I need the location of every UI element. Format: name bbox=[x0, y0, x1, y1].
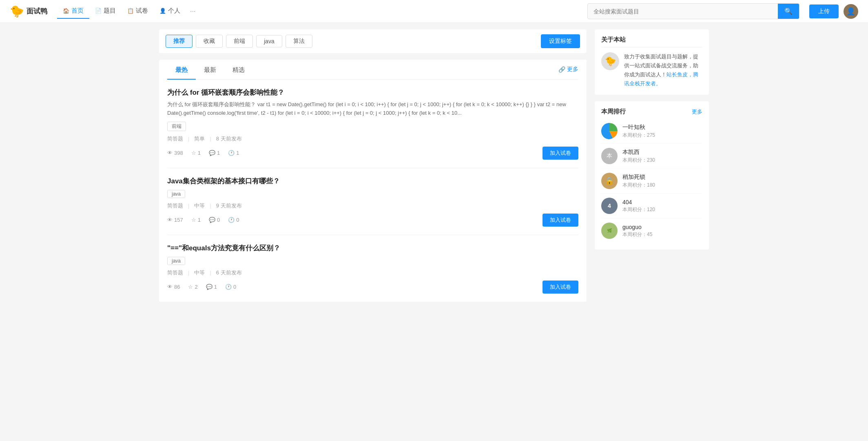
add-to-exam-button-1[interactable]: 加入试卷 bbox=[542, 147, 578, 160]
search-input[interactable] bbox=[588, 5, 778, 18]
home-icon: 🏠 bbox=[63, 8, 69, 14]
rank-item: 🌿 guoguo 本周积分：45 bbox=[601, 218, 702, 243]
question-meta: 简答题 | 中等 | 9 天前发布 bbox=[167, 202, 578, 209]
add-to-exam-button-2[interactable]: 加入试卷 bbox=[542, 214, 578, 227]
nav-home-label: 首页 bbox=[71, 7, 84, 15]
questions-card: 最热 最新 精选 🔗 更多 为什么 for 循环嵌套顺序会影响性能？ 为什么 f… bbox=[159, 60, 587, 302]
q-type: 简答题 bbox=[167, 135, 183, 143]
rank-name: 稍加死锁 bbox=[622, 174, 655, 181]
stars-count: 2 bbox=[195, 284, 197, 290]
rank-info-4: 404 本周积分：120 bbox=[622, 199, 655, 213]
q-tag[interactable]: 前端 bbox=[167, 122, 186, 131]
rank-score: 本周积分：120 bbox=[622, 206, 655, 213]
rank-score: 本周积分：45 bbox=[622, 231, 652, 238]
logo[interactable]: 🐤 面试鸭 bbox=[10, 4, 47, 18]
about-link-yuppi[interactable]: 站长鱼皮， bbox=[666, 71, 693, 78]
rank-item: 🔒 稍加死锁 本周积分：180 bbox=[601, 169, 702, 194]
tag-frontend[interactable]: 前端 bbox=[226, 35, 253, 48]
rank-name: 本凯西 bbox=[622, 149, 655, 156]
about-text: 致力于收集面试题目与题解，提供一站式面试备战交流服务，助你成为面试达人！站长鱼皮… bbox=[624, 52, 702, 88]
rank-avatar-3: 🔒 bbox=[601, 173, 618, 189]
nav-item-home[interactable]: 🏠 首页 bbox=[57, 4, 89, 19]
ranking-header: 本周排行 更多 bbox=[601, 108, 702, 116]
tag-java[interactable]: java bbox=[256, 35, 282, 47]
settings-tags-button[interactable]: 设置标签 bbox=[541, 34, 580, 48]
stars-count: 1 bbox=[198, 150, 201, 156]
question-item: "=="和equals方法究竟有什么区别？ java 简答题 | 中等 | 6 … bbox=[167, 235, 578, 302]
main-content: 推荐 收藏 前端 java 算法 设置标签 最热 最新 精选 🔗 更多 bbox=[159, 29, 587, 302]
nav-exams-label: 试卷 bbox=[136, 7, 148, 15]
question-footer: 👁 86 ☆ 2 💬 1 🕐 0 bbox=[167, 281, 578, 294]
clock-icon: 🕐 bbox=[228, 217, 235, 223]
nav-questions-label: 题目 bbox=[104, 7, 116, 15]
q-difficulty: 中等 bbox=[194, 202, 205, 209]
rank-score: 本周积分：230 bbox=[622, 157, 655, 164]
stat-stars: ☆ 1 bbox=[191, 150, 201, 156]
tags-bar: 推荐 收藏 前端 java 算法 设置标签 bbox=[159, 29, 587, 53]
search-button[interactable]: 🔍 bbox=[778, 4, 799, 19]
question-stats: 👁 157 ☆ 1 💬 0 🕐 0 bbox=[167, 217, 239, 223]
q-difficulty: 中等 bbox=[194, 269, 205, 276]
question-footer: 👁 398 ☆ 1 💬 1 🕐 1 bbox=[167, 147, 578, 160]
q-published: 8 天前发布 bbox=[216, 135, 242, 143]
comment-icon: 💬 bbox=[209, 150, 215, 156]
nav-item-questions[interactable]: 📄 题目 bbox=[89, 4, 122, 19]
question-title[interactable]: 为什么 for 循环嵌套顺序会影响性能？ bbox=[167, 88, 578, 97]
question-stats: 👁 86 ☆ 2 💬 1 🕐 0 bbox=[167, 284, 236, 290]
stat-stars: ☆ 2 bbox=[188, 284, 197, 290]
stat-history: 🕐 1 bbox=[228, 150, 239, 156]
avatar[interactable]: 👤 bbox=[844, 4, 858, 19]
upload-button[interactable]: 上传 bbox=[809, 4, 839, 18]
views-count: 86 bbox=[174, 284, 180, 290]
star-icon: ☆ bbox=[191, 217, 196, 223]
q-tag[interactable]: java bbox=[167, 257, 185, 265]
eye-icon: 👁 bbox=[167, 217, 173, 223]
comment-icon: 💬 bbox=[209, 217, 215, 223]
q-tag[interactable]: java bbox=[167, 190, 185, 198]
nav-item-profile[interactable]: 👤 个人 bbox=[154, 4, 186, 19]
question-preview: 为什么 for 循环嵌套顺序会影响性能？ var t1 = new Date()… bbox=[167, 100, 578, 118]
add-to-exam-button-3[interactable]: 加入试卷 bbox=[542, 281, 578, 294]
stat-comments: 💬 1 bbox=[209, 150, 220, 156]
tag-favorites[interactable]: 收藏 bbox=[196, 35, 223, 48]
q-type: 简答题 bbox=[167, 202, 183, 209]
rank-avatar-2: 本 bbox=[601, 148, 618, 164]
question-tags: java bbox=[167, 190, 578, 198]
more-link[interactable]: 🔗 更多 bbox=[558, 61, 578, 78]
rank-item: 4 404 本周积分：120 bbox=[601, 194, 702, 218]
question-title[interactable]: "=="和equals方法究竟有什么区别？ bbox=[167, 243, 578, 253]
nav-more-icon[interactable]: ··· bbox=[186, 4, 199, 18]
clock-icon: 🕐 bbox=[225, 284, 232, 290]
question-stats: 👁 398 ☆ 1 💬 1 🕐 1 bbox=[167, 150, 239, 156]
nav-item-exams[interactable]: 📋 试卷 bbox=[122, 4, 154, 19]
tab-hottest[interactable]: 最热 bbox=[167, 60, 196, 80]
stat-history: 🕐 0 bbox=[225, 284, 236, 290]
tag-algorithm[interactable]: 算法 bbox=[286, 35, 312, 48]
stat-stars: ☆ 1 bbox=[191, 217, 201, 223]
search-bar: 🔍 bbox=[587, 3, 799, 19]
link-icon: 🔗 bbox=[558, 66, 565, 73]
q-difficulty: 简单 bbox=[194, 135, 205, 143]
file-icon: 📋 bbox=[127, 8, 134, 14]
eye-icon: 👁 bbox=[167, 284, 173, 290]
rank-info-3: 稍加死锁 本周积分：180 bbox=[622, 174, 655, 189]
rank-avatar-4: 4 bbox=[601, 198, 618, 214]
question-title[interactable]: Java集合类框架的基本接口有哪些？ bbox=[167, 176, 578, 186]
question-footer: 👁 157 ☆ 1 💬 0 🕐 0 bbox=[167, 214, 578, 227]
sidebar: 关于本站 🐤 致力于收集面试题目与题解，提供一站式面试备战交流服务，助你成为面试… bbox=[595, 29, 709, 302]
ranking-more[interactable]: 更多 bbox=[692, 108, 702, 116]
rank-name: 一叶知秋 bbox=[622, 124, 655, 131]
tab-newest[interactable]: 最新 bbox=[196, 60, 224, 80]
ranking-card: 本周排行 更多 一叶知秋 本周积分：275 bbox=[595, 101, 709, 249]
history-count: 0 bbox=[233, 284, 236, 290]
tab-featured[interactable]: 精选 bbox=[224, 60, 253, 80]
comments-count: 1 bbox=[217, 150, 220, 156]
stat-comments: 💬 0 bbox=[209, 217, 220, 223]
q-published: 6 天前发布 bbox=[216, 269, 242, 276]
comments-count: 1 bbox=[214, 284, 217, 290]
comments-count: 0 bbox=[217, 217, 220, 223]
navbar: 🐤 面试鸭 🏠 首页 📄 题目 📋 试卷 👤 个人 ··· 🔍 上传 👤 bbox=[0, 0, 868, 23]
question-meta: 简答题 | 简单 | 8 天前发布 bbox=[167, 135, 578, 143]
rank-item: 本 本凯西 本周积分：230 bbox=[601, 144, 702, 169]
tag-recommended[interactable]: 推荐 bbox=[166, 35, 193, 48]
